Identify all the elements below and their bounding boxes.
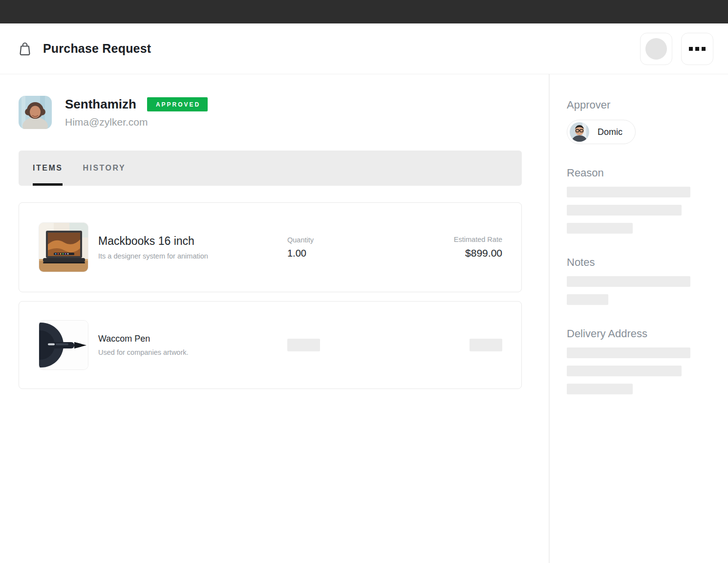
content-area: Senthamizh APPROVED Hima@zylker.com ITEM…: [0, 74, 728, 563]
requester-avatar: [19, 96, 52, 129]
requester-profile: Senthamizh APPROVED Hima@zylker.com: [19, 96, 521, 129]
delivery-address-heading: Delivery Address: [567, 327, 728, 340]
item-description: Used for companies artwork.: [98, 348, 287, 356]
header-left: Purchase Request: [19, 42, 640, 56]
wacom-pen-photo: [39, 320, 88, 370]
skeleton-bar: [567, 205, 682, 216]
more-options-button[interactable]: [681, 33, 713, 65]
shopping-bag-icon: [19, 42, 31, 56]
quantity-column: [287, 339, 387, 351]
quantity-column: Quantity 1.00: [287, 236, 387, 259]
main-panel: Senthamizh APPROVED Hima@zylker.com ITEM…: [0, 74, 550, 563]
macbook-photo: [39, 222, 88, 272]
status-circle-button[interactable]: [640, 33, 672, 65]
page-title: Purchase Request: [43, 42, 151, 56]
skeleton-bar: [567, 366, 682, 376]
requester-email: Hima@zylker.com: [65, 116, 208, 128]
skeleton-bar: [567, 347, 690, 358]
rate-value: $899.00: [387, 247, 502, 259]
approver-heading: Approver: [567, 99, 728, 111]
item-card-wacom-pen[interactable]: Waccom Pen Used for companies artwork.: [19, 301, 522, 389]
item-name: Mackbooks 16 inch: [98, 235, 287, 248]
skeleton-bar: [567, 384, 633, 394]
details-sidebar: Approver Domic Re: [550, 74, 728, 563]
tab-items[interactable]: ITEMS: [33, 151, 63, 186]
notes-section: Notes: [567, 256, 728, 305]
rate-column: [387, 339, 502, 351]
reason-section: Reason: [567, 167, 728, 234]
quantity-label: Quantity: [287, 236, 387, 244]
skeleton-bar: [567, 187, 690, 197]
circle-placeholder-icon: [645, 38, 667, 60]
requester-name: Senthamizh: [65, 97, 136, 112]
approver-section: Approver Domic: [567, 99, 728, 144]
approver-name: Domic: [598, 127, 622, 137]
skeleton-bar: [470, 339, 502, 351]
status-badge: APPROVED: [147, 97, 208, 111]
skeleton-bar: [567, 294, 608, 305]
rate-column: Estimated Rate $899.00: [387, 236, 502, 259]
item-description: Its a designer system for animation: [98, 252, 287, 260]
skeleton-bar: [567, 276, 690, 287]
notes-heading: Notes: [567, 256, 728, 269]
requester-text: Senthamizh APPROVED Hima@zylker.com: [65, 96, 208, 129]
quantity-value: 1.00: [287, 248, 387, 259]
page-header: Purchase Request: [0, 23, 728, 74]
tab-bar: ITEMS HISTORY: [19, 151, 522, 186]
skeleton-bar: [287, 339, 320, 351]
ellipsis-icon: [689, 47, 706, 51]
item-card-macbook[interactable]: Mackbooks 16 inch Its a designer system …: [19, 202, 522, 292]
rate-label: Estimated Rate: [387, 236, 502, 243]
approver-chip[interactable]: Domic: [567, 120, 636, 144]
item-info: Waccom Pen Used for companies artwork.: [98, 334, 287, 356]
skeleton-bar: [567, 223, 633, 234]
tab-history[interactable]: HISTORY: [83, 151, 126, 186]
reason-heading: Reason: [567, 167, 728, 179]
item-name: Waccom Pen: [98, 334, 287, 344]
item-info: Mackbooks 16 inch Its a designer system …: [98, 235, 287, 260]
approver-avatar: [570, 122, 589, 142]
top-dark-bar: [0, 0, 728, 23]
header-actions: [640, 33, 713, 65]
delivery-address-section: Delivery Address: [567, 327, 728, 394]
